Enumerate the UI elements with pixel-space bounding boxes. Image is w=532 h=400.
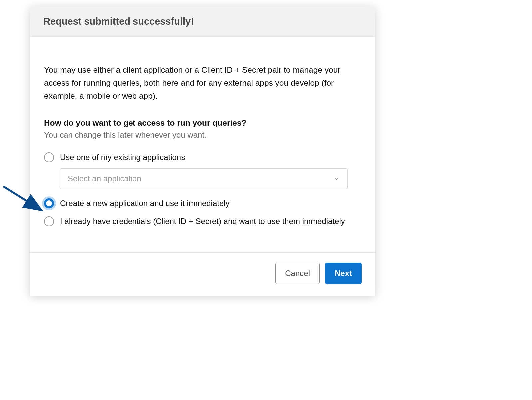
radio-create-app[interactable] xyxy=(44,198,54,208)
cancel-button[interactable]: Cancel xyxy=(275,263,320,284)
confirmation-dialog: Request submitted successfully! You may … xyxy=(30,7,375,296)
chevron-down-icon xyxy=(333,175,340,182)
radio-existing-app[interactable] xyxy=(44,152,54,162)
dialog-body: You may use either a client application … xyxy=(30,37,375,252)
access-hint: You can change this later whenever you w… xyxy=(44,130,361,140)
access-question: How do you want to get access to run you… xyxy=(44,118,361,128)
select-placeholder: Select an application xyxy=(68,174,141,183)
option-existing-app[interactable]: Use one of my existing applications xyxy=(44,152,361,162)
dialog-title: Request submitted successfully! xyxy=(43,16,362,27)
option-label: Create a new application and use it imme… xyxy=(60,199,230,208)
next-button[interactable]: Next xyxy=(325,263,362,284)
existing-app-select[interactable]: Select an application xyxy=(60,168,348,189)
access-options: Use one of my existing applications Sele… xyxy=(44,152,361,226)
option-have-credentials[interactable]: I already have credentials (Client ID + … xyxy=(44,216,361,226)
radio-have-credentials[interactable] xyxy=(44,216,54,226)
dialog-footer: Cancel Next xyxy=(30,252,375,296)
option-label: I already have credentials (Client ID + … xyxy=(60,217,345,226)
option-label: Use one of my existing applications xyxy=(60,153,185,162)
intro-text: You may use either a client application … xyxy=(44,63,361,102)
dialog-header: Request submitted successfully! xyxy=(30,7,375,37)
option-create-app[interactable]: Create a new application and use it imme… xyxy=(44,198,361,208)
existing-app-select-wrap: Select an application xyxy=(60,168,361,189)
